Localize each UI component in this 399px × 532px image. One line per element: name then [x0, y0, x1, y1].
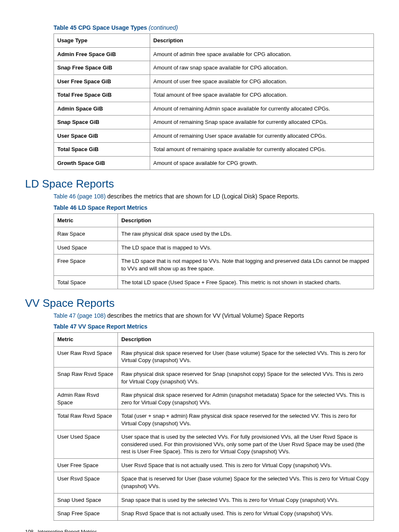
table47-header-description: Description [118, 333, 374, 347]
cell-description: Total amount of free space available for… [150, 88, 374, 102]
table-header-row: Metric Description [54, 333, 374, 347]
table-row: Admin Space GiBAmount of remaining Admin… [54, 102, 374, 116]
table45-caption: Table 45 CPG Space Usage Types (continue… [54, 24, 374, 31]
cell-name: Free Space [54, 254, 118, 275]
footer-label: Interpreting Report Metrics [38, 529, 97, 532]
table46-body: Raw SpaceThe raw physical disk space use… [54, 227, 374, 289]
cell-description: The raw physical disk space used by the … [118, 227, 374, 241]
table47: Metric Description User Raw Rsvd SpaceRa… [54, 332, 374, 520]
cell-name: Snap Space GiB [54, 116, 150, 129]
table45-header-description: Description [150, 34, 374, 48]
cell-description: Space that is reserved for User (base vo… [118, 472, 374, 493]
cell-description: Amount of remaining Admin space availabl… [150, 102, 374, 116]
page-number: 108 [25, 529, 33, 532]
table-row: Total SpaceThe total LD space (Used Spac… [54, 275, 374, 289]
table45-header-usage-type: Usage Type [54, 34, 150, 48]
cell-description: Amount of space available for CPG growth… [150, 156, 374, 170]
vv-intro-paragraph: Table 47 (page 108) describes the metric… [54, 311, 374, 320]
cell-description: Amount of admin free space available for… [150, 47, 374, 61]
table46-link[interactable]: Table 46 (page 108) [54, 193, 106, 200]
vv-space-reports-heading: VV Space Reports [25, 297, 374, 310]
table45-body: Admin Free Space GiBAmount of admin free… [54, 47, 374, 170]
table-row: Admin Raw Rsvd SpaceRaw physical disk sp… [54, 388, 374, 409]
table46: Metric Description Raw SpaceThe raw phys… [54, 213, 374, 289]
table45-caption-continued: (continued) [148, 24, 178, 31]
cell-description: Snap space that is used by the selected … [118, 493, 374, 507]
table-row: Free SpaceThe LD space that is not mappe… [54, 254, 374, 275]
table-row: Snap Free Space GiBAmount of raw snap sp… [54, 61, 374, 75]
table47-caption: Table 47 VV Space Report Metrics [54, 323, 374, 330]
table-row: User Rsvd SpaceSpace that is reserved fo… [54, 472, 374, 493]
cell-description: Raw physical disk space reserved for Sna… [118, 367, 374, 388]
table46-caption: Table 46 LD Space Report Metrics [54, 204, 374, 211]
ld-space-reports-heading: LD Space Reports [25, 177, 374, 190]
table45-caption-prefix: Table 45 CPG Space Usage Types [54, 24, 148, 31]
cell-name: Snap Used Space [54, 493, 118, 507]
table45: Usage Type Description Admin Free Space … [54, 33, 374, 170]
cell-description: Amount of raw snap space available for C… [150, 61, 374, 75]
table-header-row: Metric Description [54, 213, 374, 227]
ld-intro-rest: describes the metrics that are shown for… [106, 193, 299, 200]
cell-description: Raw physical disk space reserved for Adm… [118, 388, 374, 409]
table47-body: User Raw Rsvd SpaceRaw physical disk spa… [54, 346, 374, 520]
table-row: User Raw Rsvd SpaceRaw physical disk spa… [54, 346, 374, 367]
cell-name: User Free Space [54, 458, 118, 472]
table46-header-metric: Metric [54, 213, 118, 227]
table-row: User Free Space GiBAmount of user free s… [54, 75, 374, 88]
table-row: Total Free Space GiBTotal amount of free… [54, 88, 374, 102]
table47-header-metric: Metric [54, 333, 118, 347]
table-row: Total Space GiBTotal amount of remaining… [54, 143, 374, 157]
cell-description: Amount of remaining User space available… [150, 129, 374, 143]
table-header-row: Usage Type Description [54, 34, 374, 48]
table47-link[interactable]: Table 47 (page 108) [54, 312, 106, 319]
cell-name: Admin Space GiB [54, 102, 150, 116]
cell-name: User Raw Rsvd Space [54, 346, 118, 367]
cell-name: Admin Raw Rsvd Space [54, 388, 118, 409]
table-row: Snap Used SpaceSnap space that is used b… [54, 493, 374, 507]
cell-name: Used Space [54, 241, 118, 254]
table-row: Snap Raw Rsvd SpaceRaw physical disk spa… [54, 367, 374, 388]
table-row: Used SpaceThe LD space that is mapped to… [54, 241, 374, 254]
cell-description: Amount of user free space available for … [150, 75, 374, 88]
cell-description: Amount of remaining Snap space available… [150, 116, 374, 129]
cell-description: The total LD space (Used Space + Free Sp… [118, 275, 374, 289]
table-row: User Space GiBAmount of remaining User s… [54, 129, 374, 143]
cell-name: Admin Free Space GiB [54, 47, 150, 61]
cell-name: Growth Space GiB [54, 156, 150, 170]
table-row: Raw SpaceThe raw physical disk space use… [54, 227, 374, 241]
cell-description: User Rsvd Space that is not actually use… [118, 458, 374, 472]
cell-name: User Used Space [54, 430, 118, 459]
table-row: User Used SpaceUser space that is used b… [54, 430, 374, 459]
cell-name: Total Space [54, 275, 118, 289]
cell-description: User space that is used by the selected … [118, 430, 374, 459]
table46-header-description: Description [118, 213, 374, 227]
table-row: User Free SpaceUser Rsvd Space that is n… [54, 458, 374, 472]
cell-description: The LD space that is mapped to VVs. [118, 241, 374, 254]
ld-intro-paragraph: Table 46 (page 108) describes the metric… [54, 192, 374, 200]
table-row: Total Raw Rsvd SpaceTotal (user + snap +… [54, 409, 374, 430]
table-row: Snap Free SpaceSnap Rsvd Space that is n… [54, 507, 374, 521]
table-row: Admin Free Space GiBAmount of admin free… [54, 47, 374, 61]
cell-description: Raw physical disk space reserved for Use… [118, 346, 374, 367]
cell-name: User Space GiB [54, 129, 150, 143]
page-footer: 108 Interpreting Report Metrics [25, 529, 374, 532]
cell-description: Snap Rsvd Space that is not actually use… [118, 507, 374, 521]
cell-name: Total Space GiB [54, 143, 150, 157]
cell-description: Total (user + snap + admin) Raw physical… [118, 409, 374, 430]
cell-name: Snap Free Space GiB [54, 61, 150, 75]
table-row: Growth Space GiBAmount of space availabl… [54, 156, 374, 170]
cell-name: Total Raw Rsvd Space [54, 409, 118, 430]
table-row: Snap Space GiBAmount of remaining Snap s… [54, 116, 374, 129]
cell-name: Total Free Space GiB [54, 88, 150, 102]
cell-name: Raw Space [54, 227, 118, 241]
vv-intro-rest: describes the metrics that are shown for… [106, 312, 304, 319]
cell-name: User Rsvd Space [54, 472, 118, 493]
cell-name: Snap Raw Rsvd Space [54, 367, 118, 388]
cell-name: Snap Free Space [54, 507, 118, 521]
cell-name: User Free Space GiB [54, 75, 150, 88]
cell-description: Total amount of remaining space availabl… [150, 143, 374, 157]
cell-description: The LD space that is not mapped to VVs. … [118, 254, 374, 275]
